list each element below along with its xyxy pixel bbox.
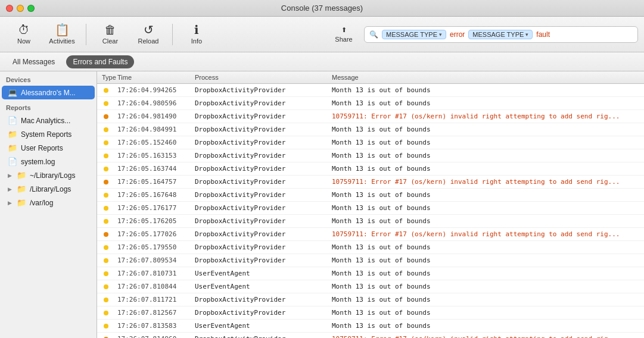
table-row[interactable]: 17:26:05.176177 DropboxActivityProvider …: [97, 202, 644, 215]
report-label: Mac Analytics...: [21, 117, 70, 125]
process-cell: DropboxActivityProvider: [192, 139, 329, 146]
status-dot: [104, 88, 108, 93]
status-dot: [104, 167, 108, 171]
report-label: System Reports: [21, 130, 71, 139]
message-cell: Month 13 is out of bounds: [329, 204, 644, 212]
time-cell: 17:26:07.813583: [115, 322, 192, 330]
search-icon: 🔍: [369, 30, 378, 39]
time-cell: 17:26:07.811721: [115, 296, 192, 303]
filter-tag-1[interactable]: MESSAGE TYPE ▾: [382, 30, 446, 39]
process-cell: DropboxActivityProvider: [192, 309, 329, 317]
message-cell: Month 13 is out of bounds: [329, 243, 644, 251]
errors-faults-filter[interactable]: Errors and Faults: [66, 55, 134, 68]
search-bar[interactable]: 🔍 MESSAGE TYPE ▾ error MESSAGE TYPE ▾ fa…: [364, 26, 638, 43]
sidebar-item-report[interactable]: ▶📁~/Library/Logs: [2, 168, 95, 182]
status-dot: [104, 154, 108, 158]
table-row[interactable]: 17:26:05.163153 DropboxActivityProvider …: [97, 149, 644, 162]
sidebar-item-report[interactable]: 📄system.log: [2, 155, 95, 168]
table-row[interactable]: 17:26:05.177026 DropboxActivityProvider …: [97, 228, 644, 241]
process-cell: DropboxActivityProvider: [192, 335, 329, 338]
filter-value-1: error: [450, 30, 465, 39]
process-cell: UserEventAgent: [192, 322, 329, 330]
share-button[interactable]: ⬆ Share: [326, 19, 362, 50]
table-row[interactable]: 17:26:07.814960 DropboxActivityProvider …: [97, 333, 644, 338]
time-cell: 17:26:05.176177: [115, 204, 192, 212]
status-dot: [104, 101, 108, 106]
process-cell: DropboxActivityProvider: [192, 243, 329, 251]
status-dot: [104, 258, 108, 263]
report-icon: 📄: [8, 116, 17, 125]
table-row[interactable]: 17:26:07.809534 DropboxActivityProvider …: [97, 254, 644, 267]
report-icon: 📁: [8, 130, 17, 139]
table-row[interactable]: 17:26:04.981490 DropboxActivityProvider …: [97, 110, 644, 123]
minimize-button[interactable]: [17, 5, 24, 12]
sidebar-item-report[interactable]: 📁System Reports: [2, 127, 95, 141]
main-area: Devices 💻Alessandro's M... Reports 📄Mac …: [0, 71, 644, 338]
clear-label: Clear: [102, 37, 118, 45]
message-cell: Month 13 is out of bounds: [329, 322, 644, 330]
time-cell: 17:26:05.163153: [115, 152, 192, 159]
time-cell: 17:26:04.984991: [115, 126, 192, 133]
status-dot: [104, 180, 108, 184]
sidebar-item-device[interactable]: 💻Alessandro's M...: [2, 86, 95, 99]
process-cell: DropboxActivityProvider: [192, 217, 329, 225]
table-row[interactable]: 17:26:07.810844 UserEventAgent Month 13 …: [97, 280, 644, 293]
status-dot: [104, 127, 108, 132]
sidebar-item-report[interactable]: ▶📁/var/log: [2, 196, 95, 209]
process-cell: DropboxActivityProvider: [192, 178, 329, 186]
message-cell: Month 13 is out of bounds: [329, 217, 644, 225]
table-row[interactable]: 17:26:04.994265 DropboxActivityProvider …: [97, 84, 644, 97]
message-cell: Month 13 is out of bounds: [329, 256, 644, 264]
time-cell: 17:26:04.994265: [115, 86, 192, 94]
filter-tag-2[interactable]: MESSAGE TYPE ▾: [468, 30, 533, 39]
time-cell: 17:26:05.177026: [115, 230, 192, 238]
status-dot: [104, 271, 108, 276]
status-dot: [104, 245, 108, 250]
sidebar-item-report[interactable]: 📄Mac Analytics...: [2, 114, 95, 127]
process-cell: DropboxActivityProvider: [192, 191, 329, 199]
table-row[interactable]: 17:26:04.984991 DropboxActivityProvider …: [97, 123, 644, 136]
status-dot: [104, 219, 108, 224]
devices-header: Devices: [0, 71, 97, 86]
report-icon: 📁: [17, 184, 26, 193]
clear-button[interactable]: 🗑 Clear: [92, 19, 128, 50]
report-icon: 📁: [17, 171, 26, 180]
maximize-button[interactable]: [27, 5, 35, 12]
reports-header: Reports: [0, 99, 97, 114]
table-row[interactable]: 17:26:05.167648 DropboxActivityProvider …: [97, 189, 644, 202]
now-button[interactable]: ⏱ Now: [6, 19, 42, 50]
toolbar: ⏱ Now 📋 Activities 🗑 Clear ↺ Reload ℹ In…: [0, 17, 644, 52]
message-cell: 10759711: Error #17 (os/kern) invalid ri…: [329, 335, 644, 338]
table-row[interactable]: 17:26:07.813583 UserEventAgent Month 13 …: [97, 320, 644, 333]
table-row[interactable]: 17:26:05.176205 DropboxActivityProvider …: [97, 215, 644, 228]
reload-icon: ↺: [144, 24, 154, 36]
close-button[interactable]: [6, 5, 13, 12]
status-dot: [104, 140, 108, 145]
expand-arrow-icon: ▶: [8, 173, 12, 179]
window-controls[interactable]: [6, 5, 35, 12]
status-dot: [104, 324, 108, 328]
status-dot: [104, 193, 108, 198]
report-icon: 📄: [8, 157, 17, 166]
table-row[interactable]: 17:26:05.163744 DropboxActivityProvider …: [97, 162, 644, 176]
time-cell: 17:26:07.812567: [115, 309, 192, 317]
device-icon: 💻: [8, 88, 17, 97]
table-row[interactable]: 17:26:05.152460 DropboxActivityProvider …: [97, 136, 644, 149]
message-cell: 10759711: Error #17 (os/kern) invalid ri…: [329, 178, 644, 186]
info-button[interactable]: ℹ Info: [179, 19, 214, 50]
table-row[interactable]: 17:26:07.811721 DropboxActivityProvider …: [97, 293, 644, 306]
reload-button[interactable]: ↺ Reload: [130, 19, 166, 50]
table-row[interactable]: 17:26:05.179550 DropboxActivityProvider …: [97, 241, 644, 254]
table-row[interactable]: 17:26:04.980596 DropboxActivityProvider …: [97, 97, 644, 110]
info-icon: ℹ: [194, 24, 199, 36]
sidebar-item-report[interactable]: ▶📁/Library/Logs: [2, 182, 95, 196]
activities-button[interactable]: 📋 Activities: [44, 19, 80, 50]
message-cell: Month 13 is out of bounds: [329, 126, 644, 133]
all-messages-filter[interactable]: All Messages: [6, 55, 61, 68]
col-type-header: Type: [97, 74, 115, 81]
process-cell: DropboxActivityProvider: [192, 112, 329, 120]
table-row[interactable]: 17:26:07.812567 DropboxActivityProvider …: [97, 306, 644, 320]
table-row[interactable]: 17:26:07.810731 UserEventAgent Month 13 …: [97, 267, 644, 280]
table-row[interactable]: 17:26:05.164757 DropboxActivityProvider …: [97, 176, 644, 189]
sidebar-item-report[interactable]: 📁User Reports: [2, 141, 95, 155]
